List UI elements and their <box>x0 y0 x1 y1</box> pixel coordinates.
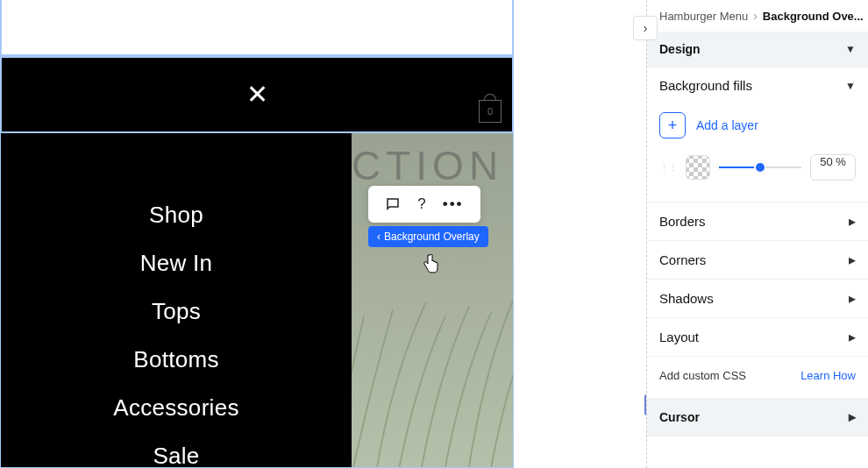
background-heading-text: CTION <box>352 142 503 189</box>
chevron-right-icon: ▸ <box>849 252 856 268</box>
drag-handle-icon[interactable]: ⋮⋮ <box>659 162 677 174</box>
design-label: Design <box>659 42 701 56</box>
learn-how-link[interactable]: Learn How <box>800 369 856 382</box>
shadows-row[interactable]: Shadows ▸ <box>647 279 868 317</box>
slider-thumb[interactable] <box>754 161 766 174</box>
corners-label: Corners <box>659 252 706 267</box>
preview-background: CTION <box>352 133 513 467</box>
cursor-section-header[interactable]: Cursor ▸ <box>647 398 868 436</box>
inspector-panel: › Hamburger Menu › Background Ove... Des… <box>647 0 868 468</box>
chevron-right-icon: › <box>753 9 758 23</box>
borders-row[interactable]: Borders ▸ <box>647 202 868 240</box>
menu-item-shop[interactable]: Shop <box>149 202 203 229</box>
custom-css-row: Add custom CSS Learn How <box>647 356 868 398</box>
close-icon[interactable]: ✕ <box>246 82 268 108</box>
opacity-input[interactable]: 50 % <box>810 154 856 181</box>
color-swatch[interactable] <box>686 155 710 180</box>
menu-item-bottoms[interactable]: Bottoms <box>133 346 218 373</box>
design-section-header[interactable]: Design ▼ <box>647 32 868 67</box>
element-toolbar: ? ••• <box>368 186 480 223</box>
fill-layer-row: ⋮⋮ 50 % <box>659 154 856 181</box>
caret-down-icon: ▼ <box>845 80 856 92</box>
comment-icon[interactable] <box>385 196 401 212</box>
chevron-right-icon: ▸ <box>849 329 856 345</box>
add-layer-row: + Add a layer <box>659 112 856 138</box>
preview-top-selection[interactable] <box>0 0 514 56</box>
cursor-label: Cursor <box>659 410 700 424</box>
hamburger-menu-overlay: Shop New In Tops Bottoms Accessories Sal… <box>1 133 352 467</box>
caret-down-icon: ▼ <box>845 43 856 55</box>
layout-label: Layout <box>659 330 699 344</box>
chevron-right-icon: ▸ <box>849 290 856 307</box>
chevron-right-icon: › <box>644 21 648 35</box>
menu-item-accessories[interactable]: Accessories <box>113 394 238 422</box>
background-fills-header[interactable]: Background fills ▼ <box>647 67 868 103</box>
custom-css-label: Add custom CSS <box>659 369 746 382</box>
background-fills-body: + Add a layer ⋮⋮ 50 % <box>647 103 868 202</box>
breadcrumb-parent[interactable]: Hamburger Menu <box>659 10 748 23</box>
menu-item-tops[interactable]: Tops <box>152 298 201 325</box>
chevron-left-icon: ‹ <box>377 230 381 243</box>
menu-item-new-in[interactable]: New In <box>140 250 213 277</box>
breadcrumb: Hamburger Menu › Background Ove... <box>647 0 868 32</box>
collapse-panel-button[interactable]: › <box>633 16 658 40</box>
breadcrumb-current: Background Ove... <box>763 10 864 23</box>
menu-close-bar[interactable]: ✕ <box>0 56 514 133</box>
preview-body[interactable]: Shop New In Tops Bottoms Accessories Sal… <box>0 133 514 468</box>
background-grass-image <box>352 283 513 467</box>
corners-row[interactable]: Corners ▸ <box>647 240 868 279</box>
plus-icon: + <box>668 117 678 135</box>
add-layer-label[interactable]: Add a layer <box>696 118 758 132</box>
chevron-right-icon: ▸ <box>849 213 856 230</box>
borders-label: Borders <box>659 214 706 229</box>
canvas[interactable]: ✕ Shop New In Tops Bottoms Accessories S… <box>0 0 647 468</box>
help-icon[interactable]: ? <box>417 195 425 213</box>
bag-count: 0 <box>487 106 493 117</box>
background-fills-label: Background fills <box>659 78 752 93</box>
selection-label[interactable]: ‹ Background Overlay <box>368 226 488 247</box>
selection-label-text: Background Overlay <box>384 230 480 243</box>
chevron-right-icon: ▸ <box>849 408 856 425</box>
shadows-label: Shadows <box>659 291 714 306</box>
layout-row[interactable]: Layout ▸ <box>647 317 868 356</box>
shopping-bag-icon[interactable]: 0 <box>479 100 502 123</box>
more-icon[interactable]: ••• <box>443 195 464 213</box>
add-layer-button[interactable]: + <box>659 112 686 138</box>
menu-item-sale[interactable]: Sale <box>153 443 199 468</box>
opacity-slider[interactable] <box>719 159 801 176</box>
